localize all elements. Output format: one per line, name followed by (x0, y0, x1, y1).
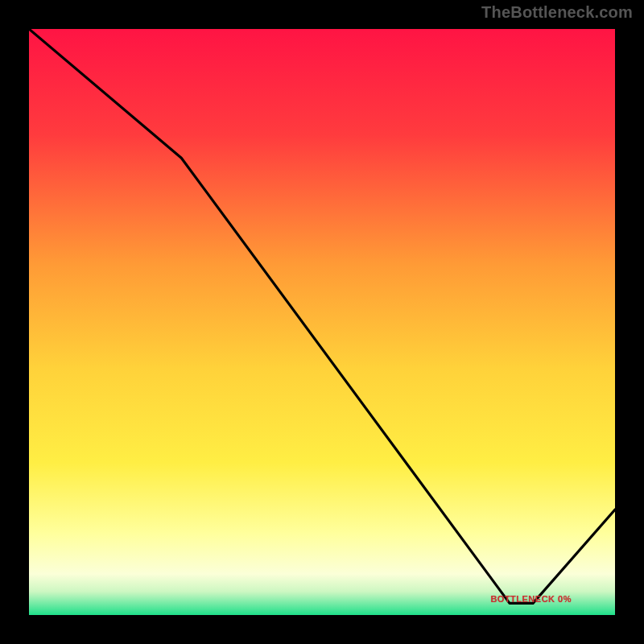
chart-plot-area (29, 29, 615, 615)
chart-gradient-background (29, 29, 615, 615)
chart-svg (29, 29, 615, 615)
floor-label: BOTTLENECK 0% (490, 594, 572, 604)
attribution-text: TheBottleneck.com (481, 3, 633, 22)
